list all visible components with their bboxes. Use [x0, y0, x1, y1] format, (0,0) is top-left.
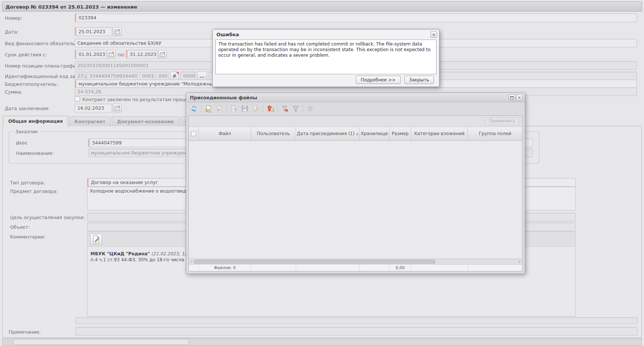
contract-procedure-checkbox-label: Контракт заключен по результатам процеду… [82, 97, 197, 102]
edit-file-icon [252, 105, 259, 112]
budget-label: Бюджетополучатель: [5, 81, 58, 87]
close-window-button[interactable]: × [516, 94, 523, 101]
save-icon [241, 105, 249, 112]
column-header-fieldgroup[interactable]: Группа полей [468, 127, 522, 140]
zakl-calendar-button[interactable] [113, 104, 121, 112]
maximize-button[interactable] [509, 94, 515, 101]
comment-text-line: п.4 ч.1 ст.93 44-ФЗ. 30% до 18-го числа … [90, 257, 188, 262]
column-header-storage[interactable]: Хранилище [360, 127, 389, 140]
column-header-size[interactable]: Размер [389, 127, 411, 140]
filter-button[interactable] [291, 104, 300, 113]
data-calendar-button[interactable] [113, 27, 121, 36]
filter-icon [292, 105, 299, 112]
scroll-left-icon[interactable]: ‹ [189, 259, 194, 264]
contract-type-label: Тип договора: [10, 180, 45, 186]
attached-files-titlebar[interactable]: Присоединенные файлы × [186, 93, 525, 102]
column-header-date[interactable]: Дата присоединения (1) ▲ [296, 127, 360, 140]
close-icon: × [518, 96, 521, 100]
edit-file-button[interactable] [251, 104, 260, 113]
comment-meta: (21.02.2023, 12:16: [151, 251, 188, 256]
nomer-input[interactable]: 023394 [75, 13, 637, 22]
error-dialog: Ошибка × The transaction has failed and … [212, 29, 440, 87]
column-header-user[interactable]: Пользователь [251, 127, 296, 140]
form-scrollbar-thumb[interactable] [13, 339, 189, 345]
error-dialog-close-button[interactable]: × [431, 31, 437, 38]
refresh-icon [190, 105, 198, 112]
customer-name-label: Наименование: [16, 150, 54, 156]
select-all-column-header[interactable] [189, 127, 199, 140]
attach-file-button[interactable] [204, 104, 213, 113]
scroll-right-icon[interactable]: › [517, 259, 522, 264]
filter-clear-icon [281, 105, 289, 112]
note-input[interactable] [76, 327, 638, 336]
refresh-button[interactable] [189, 104, 198, 113]
add-comment-button[interactable] [90, 234, 102, 245]
filter-clear-button[interactable] [280, 104, 289, 113]
contract-procedure-checkbox[interactable] [75, 96, 80, 102]
grid-summary-row: Файлов: 0 0,00 [189, 264, 522, 271]
tab-base-document[interactable]: Документ-основание [112, 116, 179, 126]
inn-label: ИНН: [16, 140, 28, 146]
srok-from-input[interactable]: 01.01.2023 [75, 50, 107, 59]
delete-file-icon [216, 105, 223, 112]
nomer-label: Номер: [5, 15, 22, 21]
tab-counterparty[interactable]: Контрагент [69, 116, 111, 126]
data-label: Дата: [5, 29, 19, 35]
srok-to-calendar-button[interactable] [158, 50, 167, 59]
toolbar-separator [303, 105, 303, 112]
grid-header-row: Файл Пользователь Дата присоединения (1)… [189, 127, 522, 141]
error-dialog-buttons: Подробнее >> Закрыть [356, 76, 434, 84]
attached-files-toolbar: ⚙ [186, 102, 525, 115]
comments-label: Комментарии: [10, 234, 46, 240]
delete-file-button[interactable] [215, 104, 224, 113]
srok-to-input[interactable]: 31.12.2023 [126, 50, 158, 59]
apply-button[interactable]: Применить [485, 117, 519, 125]
save-button[interactable] [240, 104, 249, 113]
settings-button[interactable]: ⚙ [306, 104, 315, 113]
comment-header-line: МБУК "ЦКиД "Родина" (21.02.2023, 12:16: [90, 251, 188, 256]
error-message: The transaction has failed and has not c… [215, 40, 437, 74]
zakl-label: Дата заключения: [5, 106, 50, 111]
sort-asc-icon: ▲ [356, 132, 358, 135]
column-header-file[interactable]: Файл [199, 127, 251, 140]
subject-label: Предмет договора: [10, 188, 58, 194]
srok-from-calendar-button[interactable] [107, 50, 115, 59]
gear-icon: ⚙ [307, 105, 313, 112]
toolbar-separator [201, 105, 201, 112]
ikz-seg1-input: 23 [75, 72, 85, 80]
signature-check-button[interactable] [266, 104, 275, 113]
grid-scrollbar-thumb[interactable] [194, 260, 435, 264]
column-header-categories[interactable]: Категории вложений [411, 127, 468, 140]
note-label: Примечание: [9, 329, 41, 335]
zakl-input[interactable]: 16.02.2023 [75, 104, 112, 112]
error-dialog-title: Ошибка [216, 32, 239, 37]
ikz-seg4-input: 000 [156, 72, 169, 80]
edit-document-icon [92, 235, 101, 244]
export-file-icon [230, 105, 238, 112]
grid-horizontal-scrollbar[interactable]: ‹ › [189, 259, 522, 264]
export-file-button[interactable] [229, 104, 238, 113]
apply-bar: Применить [189, 116, 522, 127]
ellipsis-icon: … [200, 73, 204, 79]
ikz-hash-button[interactable]: # [170, 72, 179, 80]
comment-author: МБУК "ЦКиД "Родина" [90, 251, 150, 256]
ikz-dots-button[interactable]: … [197, 72, 207, 80]
maximize-icon [510, 96, 514, 99]
tab-general-info[interactable]: Общая информация [3, 116, 68, 126]
app-root: Договор № 023394 от 25.01.2023 — изменен… [0, 0, 644, 346]
plan-label: Номер позиции плана-графика: [5, 63, 83, 69]
close-error-button[interactable]: Закрыть [404, 76, 434, 84]
contract-window-titlebar: Договор № 023394 от 25.01.2023 — изменен… [2, 1, 642, 12]
ikz-seg5-input: 0000 [181, 72, 195, 80]
srok-label: Срок действия с: [5, 52, 47, 57]
hash-icon: # [173, 73, 176, 79]
ikz-seg2-input: 33444047599344401001 [87, 72, 138, 80]
customer-legend: Заказчик [13, 129, 40, 134]
details-button[interactable]: Подробнее >> [356, 76, 401, 84]
grid-body-empty[interactable] [189, 141, 522, 259]
size-total-summary: 0,00 [389, 265, 411, 271]
select-all-checkbox[interactable] [191, 131, 196, 136]
form-horizontal-scrollbar[interactable] [2, 338, 642, 346]
object-label: Объект: [10, 224, 30, 230]
data-input[interactable]: 25.01.2023 [75, 27, 112, 36]
